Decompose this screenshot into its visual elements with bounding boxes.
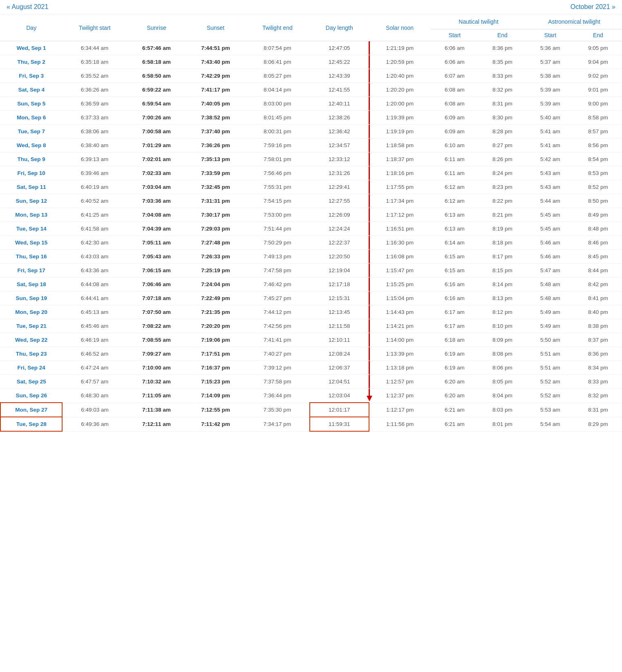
cell-twilight-start: 6:39:46 am xyxy=(62,166,127,180)
table-main-header: Day Twilight start Sunrise Sunset Twilig… xyxy=(0,14,622,29)
table-row: Mon, Sep 206:45:13 am7:07:50 am7:21:35 p… xyxy=(0,305,622,319)
day-length-bar xyxy=(369,55,370,69)
cell-twilight-start: 6:46:19 am xyxy=(62,333,127,347)
cell-astro-start: 5:46 am xyxy=(526,236,574,250)
cell-twilight-start: 6:36:26 am xyxy=(62,83,127,97)
cell-solar-noon: 1:14:00 pm xyxy=(369,333,431,347)
cell-sunrise: 7:08:22 am xyxy=(127,319,186,333)
table-row: Sat, Sep 186:44:08 am7:06:46 am7:24:04 p… xyxy=(0,278,622,291)
cell-day-length: 12:06:37 xyxy=(310,361,369,375)
cell-sunset: 7:43:40 pm xyxy=(186,55,245,69)
cell-day: Thu, Sep 16 xyxy=(0,250,62,264)
cell-solar-noon: 1:14:43 pm xyxy=(369,305,431,319)
cell-naut-end: 8:24 pm xyxy=(479,166,526,180)
cell-sunset: 7:37:40 pm xyxy=(186,125,245,139)
cell-sunset: 7:41:17 pm xyxy=(186,83,245,97)
cell-naut-start: 6:16 am xyxy=(431,291,479,305)
cell-naut-end: 8:13 pm xyxy=(479,291,526,305)
day-length-bar xyxy=(369,264,370,277)
cell-solar-noon: 1:21:19 pm xyxy=(369,41,431,55)
cell-astro-end: 8:52 pm xyxy=(574,180,622,194)
cell-solar-noon: 1:19:39 pm xyxy=(369,111,431,125)
cell-day: Thu, Sep 9 xyxy=(0,152,62,166)
cell-astro-start: 5:41 am xyxy=(526,139,574,152)
cell-twilight-end: 7:50:29 pm xyxy=(245,236,310,250)
cell-sunrise: 7:05:11 am xyxy=(127,236,186,250)
col-naut-start: Start xyxy=(431,29,479,41)
cell-day: Tue, Sep 28 xyxy=(0,417,62,431)
cell-sunset: 7:27:48 pm xyxy=(186,236,245,250)
day-length-bar xyxy=(369,305,370,319)
cell-twilight-end: 7:44:12 pm xyxy=(245,305,310,319)
cell-twilight-start: 6:45:13 am xyxy=(62,305,127,319)
day-length-bar xyxy=(369,152,370,166)
next-month-link[interactable]: October 2021 » xyxy=(571,3,615,11)
cell-day-length: 12:40:11 xyxy=(310,97,369,111)
cell-day: Tue, Sep 14 xyxy=(0,222,62,236)
cell-day: Sat, Sep 11 xyxy=(0,180,62,194)
cell-day-length: 12:01:17 xyxy=(310,403,369,417)
cell-day: Tue, Sep 21 xyxy=(0,319,62,333)
cell-solar-noon: 1:17:34 pm xyxy=(369,194,431,208)
day-length-bar xyxy=(369,319,370,333)
day-length-bar xyxy=(369,375,370,388)
cell-astro-start: 5:42 am xyxy=(526,152,574,166)
cell-day: Fri, Sep 3 xyxy=(0,69,62,83)
cell-sunset: 7:14:09 pm xyxy=(186,389,245,403)
cell-day: Tue, Sep 7 xyxy=(0,125,62,139)
cell-twilight-end: 7:56:46 pm xyxy=(245,166,310,180)
cell-twilight-start: 6:41:25 am xyxy=(62,208,127,222)
cell-naut-end: 8:21 pm xyxy=(479,208,526,222)
cell-solar-noon: 1:17:12 pm xyxy=(369,208,431,222)
cell-naut-end: 8:18 pm xyxy=(479,236,526,250)
cell-day-length: 12:38:26 xyxy=(310,111,369,125)
cell-solar-noon: 1:16:51 pm xyxy=(369,222,431,236)
cell-astro-start: 5:47 am xyxy=(526,264,574,278)
cell-twilight-end: 7:35:30 pm xyxy=(245,403,310,417)
cell-twilight-end: 7:58:01 pm xyxy=(245,152,310,166)
table-row: Wed, Sep 226:46:19 am7:08:55 am7:19:06 p… xyxy=(0,333,622,347)
day-length-bar xyxy=(369,236,370,249)
cell-day: Thu, Sep 2 xyxy=(0,55,62,69)
col-twilight-start: Twilight start xyxy=(62,14,127,41)
cell-twilight-end: 7:55:31 pm xyxy=(245,180,310,194)
table-body: Wed, Sep 16:34:44 am6:57:46 am7:44:51 pm… xyxy=(0,41,622,432)
cell-sunrise: 7:10:00 am xyxy=(127,361,186,375)
cell-astro-start: 5:53 am xyxy=(526,403,574,417)
cell-naut-end: 8:27 pm xyxy=(479,139,526,152)
cell-sunrise: 7:03:36 am xyxy=(127,194,186,208)
table-row: Sat, Sep 256:47:57 am7:10:32 am7:15:23 p… xyxy=(0,375,622,389)
day-length-bar xyxy=(369,278,370,291)
day-length-bar xyxy=(369,194,370,208)
col-sunrise: Sunrise xyxy=(127,14,186,41)
cell-naut-end: 8:33 pm xyxy=(479,69,526,83)
prev-month-link[interactable]: « August 2021 xyxy=(7,3,48,11)
cell-twilight-start: 6:42:30 am xyxy=(62,236,127,250)
cell-astro-end: 8:44 pm xyxy=(574,264,622,278)
cell-naut-start: 6:19 am xyxy=(431,347,479,361)
nav-bar: « August 2021 October 2021 » xyxy=(0,0,622,14)
cell-solar-noon: 1:18:58 pm xyxy=(369,139,431,152)
cell-sunrise: 7:00:58 am xyxy=(127,125,186,139)
cell-sunrise: 7:01:29 am xyxy=(127,139,186,152)
day-length-bar xyxy=(369,97,370,110)
cell-twilight-start: 6:46:52 am xyxy=(62,347,127,361)
cell-naut-start: 6:12 am xyxy=(431,194,479,208)
cell-day-length: 12:22:37 xyxy=(310,236,369,250)
cell-astro-end: 8:48 pm xyxy=(574,222,622,236)
cell-naut-start: 6:21 am xyxy=(431,417,479,431)
cell-day-length: 12:03:04 xyxy=(310,389,369,403)
col-naut-end: End xyxy=(479,29,526,41)
cell-astro-end: 9:04 pm xyxy=(574,55,622,69)
cell-astro-end: 8:36 pm xyxy=(574,347,622,361)
cell-astro-end: 9:00 pm xyxy=(574,97,622,111)
table-row: Tue, Sep 146:41:58 am7:04:39 am7:29:03 p… xyxy=(0,222,622,236)
table-row: Tue, Sep 216:45:46 am7:08:22 am7:20:20 p… xyxy=(0,319,622,333)
cell-sunrise: 7:11:05 am xyxy=(127,389,186,403)
cell-sunrise: 7:11:38 am xyxy=(127,403,186,417)
table-row: Tue, Sep 286:49:36 am7:12:11 am7:11:42 p… xyxy=(0,417,622,431)
cell-twilight-start: 6:41:58 am xyxy=(62,222,127,236)
cell-twilight-end: 8:06:41 pm xyxy=(245,55,310,69)
cell-day: Mon, Sep 13 xyxy=(0,208,62,222)
day-length-bar xyxy=(369,222,370,235)
